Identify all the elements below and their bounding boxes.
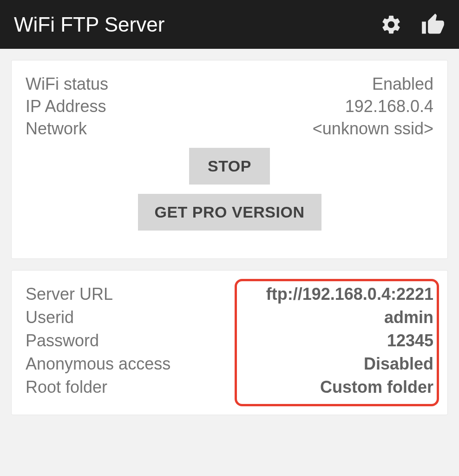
button-container: STOP GET PRO VERSION xyxy=(26,148,433,240)
server-info-card: Server URL ftp://192.168.0.4:2221 Userid… xyxy=(11,270,448,415)
network-row: Network <unknown ssid> xyxy=(26,119,433,139)
thumbs-up-icon[interactable] xyxy=(421,13,445,37)
wifi-status-row: WiFi status Enabled xyxy=(26,74,433,94)
server-url-label: Server URL xyxy=(26,284,113,304)
root-folder-value: Custom folder xyxy=(320,377,433,397)
server-url-row: Server URL ftp://192.168.0.4:2221 xyxy=(26,284,433,304)
userid-value: admin xyxy=(384,308,433,327)
content-area: WiFi status Enabled IP Address 192.168.0… xyxy=(0,49,459,415)
status-card: WiFi status Enabled IP Address 192.168.0… xyxy=(11,60,448,259)
server-url-value: ftp://192.168.0.4:2221 xyxy=(266,284,433,304)
get-pro-button[interactable]: GET PRO VERSION xyxy=(138,194,321,231)
anonymous-row: Anonymous access Disabled xyxy=(26,354,433,374)
password-value: 12345 xyxy=(387,331,433,350)
ip-address-label: IP Address xyxy=(26,97,106,116)
stop-button[interactable]: STOP xyxy=(189,148,270,185)
app-header: WiFi FTP Server xyxy=(0,0,459,49)
anonymous-value: Disabled xyxy=(364,354,433,374)
wifi-status-value: Enabled xyxy=(372,74,433,94)
settings-icon[interactable] xyxy=(380,13,402,36)
root-folder-label: Root folder xyxy=(26,377,107,397)
userid-row: Userid admin xyxy=(26,308,433,327)
password-label: Password xyxy=(26,331,99,350)
anonymous-label: Anonymous access xyxy=(26,354,170,374)
header-actions xyxy=(380,13,445,37)
network-label: Network xyxy=(26,119,87,139)
app-title: WiFi FTP Server xyxy=(14,13,164,36)
network-value: <unknown ssid> xyxy=(313,119,433,139)
root-folder-row: Root folder Custom folder xyxy=(26,377,433,397)
userid-label: Userid xyxy=(26,308,74,327)
wifi-status-label: WiFi status xyxy=(26,74,108,94)
password-row: Password 12345 xyxy=(26,331,433,350)
server-rows: Server URL ftp://192.168.0.4:2221 Userid… xyxy=(26,284,433,401)
ip-address-row: IP Address 192.168.0.4 xyxy=(26,97,433,116)
ip-address-value: 192.168.0.4 xyxy=(345,97,433,116)
